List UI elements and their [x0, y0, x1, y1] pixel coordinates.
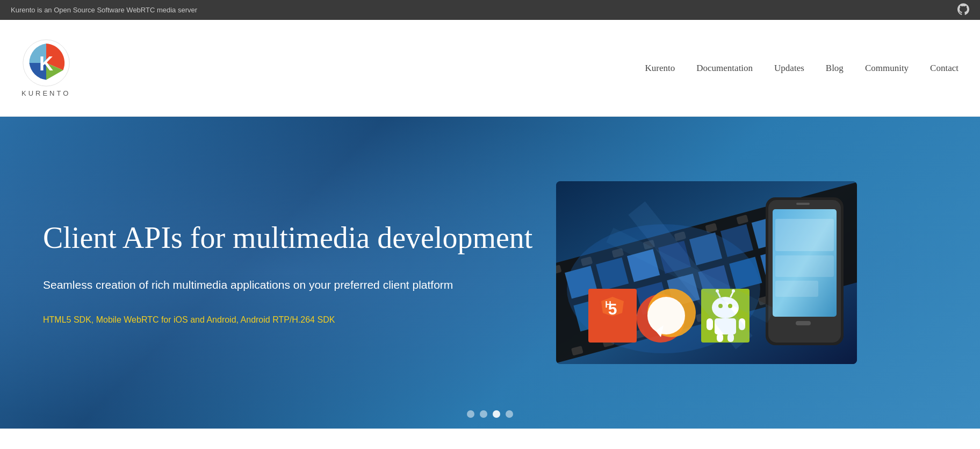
nav-updates[interactable]: Updates [774, 63, 804, 74]
film-strip-svg: 5 H [556, 181, 857, 364]
svg-rect-64 [775, 219, 834, 251]
kurento-logo: K [22, 39, 70, 87]
github-icon [957, 3, 969, 15]
dot-4[interactable] [506, 410, 513, 418]
hero-content: Client APIs for multimedia development S… [43, 220, 535, 325]
logo-text: KURENTO [21, 89, 70, 97]
hero-image-area: 5 H [556, 181, 857, 364]
svg-rect-51 [707, 318, 713, 330]
nav-community[interactable]: Community [865, 63, 909, 74]
svg-rect-53 [717, 333, 723, 342]
logo-area: K KURENTO [21, 39, 70, 97]
nav-blog[interactable]: Blog [826, 63, 844, 74]
nav-documentation[interactable]: Documentation [696, 63, 753, 74]
hero-section: Client APIs for multimedia development S… [0, 117, 980, 429]
github-link[interactable] [957, 3, 969, 17]
svg-rect-63 [796, 203, 810, 205]
dot-3[interactable] [493, 410, 500, 418]
dot-2[interactable] [480, 410, 487, 418]
hero-link[interactable]: HTML5 SDK, Mobile WebRTC for iOS and And… [43, 315, 335, 324]
main-nav: Kurento Documentation Updates Blog Commu… [645, 63, 959, 74]
svg-rect-66 [775, 281, 818, 297]
svg-text:H: H [605, 300, 611, 309]
svg-point-44 [647, 297, 685, 334]
svg-rect-62 [796, 321, 811, 325]
carousel-dots [467, 410, 513, 418]
top-bar: Kurento is an Open Source Software WebRT… [0, 0, 980, 20]
tagline: Kurento is an Open Source Software WebRT… [11, 6, 197, 14]
nav-kurento[interactable]: Kurento [645, 63, 675, 74]
slide-image: 5 H [556, 181, 857, 364]
hero-subtitle: Seamless creation of rich multimedia app… [43, 276, 535, 294]
dot-1[interactable] [467, 410, 474, 418]
svg-rect-65 [775, 255, 834, 277]
svg-text:K: K [39, 53, 53, 75]
nav-contact[interactable]: Contact [930, 63, 959, 74]
hero-title: Client APIs for multimedia development [43, 220, 535, 255]
header: K KURENTO Kurento Documentation Updates … [0, 20, 980, 117]
